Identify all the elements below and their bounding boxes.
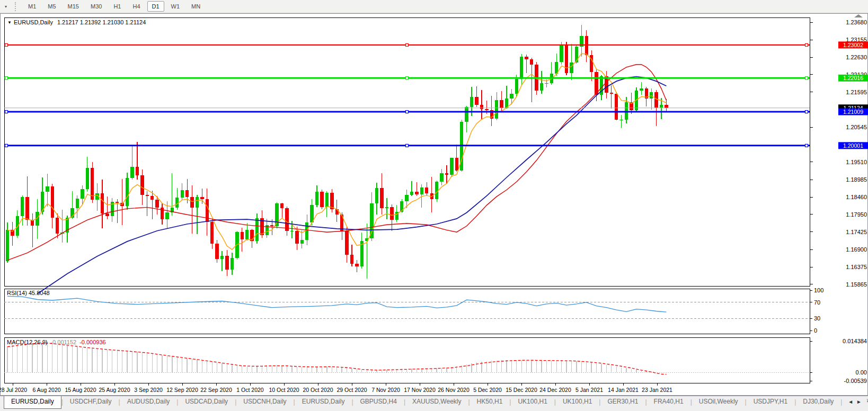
svg-text:1.21009: 1.21009 xyxy=(843,109,863,115)
hline-handle[interactable] xyxy=(805,144,808,147)
svg-text:1.19510: 1.19510 xyxy=(846,159,867,165)
svg-text:5 Jan 2021: 5 Jan 2021 xyxy=(575,387,603,393)
candles-layer xyxy=(6,25,668,279)
hline-handle[interactable] xyxy=(805,111,808,113)
chart-tab-EURUSD-Daily-5[interactable]: EURUSD,Daily xyxy=(295,396,352,408)
chart-tab-USDCHF-Daily-1[interactable]: USDCHF,Daily xyxy=(63,396,119,408)
svg-text:5 Dec 2020: 5 Dec 2020 xyxy=(473,387,502,393)
timeframe-button-W1[interactable]: W1 xyxy=(166,1,185,12)
svg-text:20 Oct 2020: 20 Oct 2020 xyxy=(303,387,333,393)
svg-text:1.15865: 1.15865 xyxy=(846,281,867,288)
hline-handle[interactable] xyxy=(5,144,8,147)
chart-tab-bar: EURUSD,Daily|USDCHF,Daily|AUDUSD,Daily|U… xyxy=(0,396,868,411)
svg-text:1.21595: 1.21595 xyxy=(846,89,867,95)
cursor-tool-caret-icon[interactable]: ▾ xyxy=(5,4,7,9)
hline-handle[interactable] xyxy=(805,77,808,79)
hline-handle[interactable] xyxy=(406,144,409,147)
svg-text:1.23002: 1.23002 xyxy=(843,42,863,48)
tab-scroll-left-icon[interactable]: ◄ xyxy=(848,399,856,405)
macd-label-name: MACD(12,26,9) xyxy=(7,339,47,345)
price-axis[interactable]: 1.236801.231551.226301.221201.215951.205… xyxy=(810,19,867,288)
svg-text:15 Aug 2020: 15 Aug 2020 xyxy=(65,387,96,393)
hline-handle[interactable] xyxy=(5,111,8,113)
chart-title-symbol: EURUSD,Daily xyxy=(14,19,53,25)
chart-tab-USDJPY-H1-14[interactable]: USDJPY,H1 xyxy=(747,396,794,408)
price-badge-1.20001: 1.20001 xyxy=(838,142,868,149)
chart-tab-GER30-H1-11[interactable]: GER30,H1 xyxy=(600,396,645,408)
macd-pane: 0.0143840.00-0.00539 xyxy=(4,338,867,384)
chart-canvas[interactable]: 1.236801.231551.226301.221201.215951.205… xyxy=(0,13,868,396)
timeframe-button-M5[interactable]: M5 xyxy=(43,1,60,12)
timeframe-button-H1[interactable]: H1 xyxy=(109,1,126,12)
cursor-tool-button[interactable]: ▾ xyxy=(2,4,8,10)
chart-title: ▼EURUSD,Daily1.21217 1.21392 1.21030 1.2… xyxy=(7,19,146,25)
hline-handle[interactable] xyxy=(406,77,409,79)
chart-tab-EURUSD-Daily-0[interactable]: EURUSD,Daily xyxy=(4,396,61,409)
hline-handle[interactable] xyxy=(406,111,409,113)
chart-tab-UK100-H1-10[interactable]: UK100,H1 xyxy=(556,396,599,408)
hline-handle[interactable] xyxy=(805,43,808,46)
hline-handle[interactable] xyxy=(5,43,8,46)
tab-scroll-arrows: ◄► xyxy=(846,399,867,405)
top-toolbar: ▾ M1M5M15M30H1H4D1W1MN xyxy=(0,0,868,13)
svg-text:70: 70 xyxy=(814,299,820,306)
toolbar-grip xyxy=(15,2,18,11)
svg-text:100: 100 xyxy=(814,287,823,293)
hline-handle[interactable] xyxy=(5,77,8,79)
hline-handle[interactable] xyxy=(406,43,409,46)
rsi-pane: 10070300 xyxy=(4,287,823,334)
svg-text:26 Nov 2020: 26 Nov 2020 xyxy=(438,387,470,393)
svg-text:22 Sep 2020: 22 Sep 2020 xyxy=(200,387,232,393)
rsi-indicator-label: RSI(14) 45.8048 xyxy=(7,290,50,296)
chart-tab-FRA40-H1-12[interactable]: FRA40,H1 xyxy=(647,396,690,408)
main-pane-border xyxy=(5,18,810,287)
svg-text:0.00: 0.00 xyxy=(856,369,867,376)
svg-text:1.20545: 1.20545 xyxy=(846,124,867,130)
chart-tab-AUDUSD-Daily-2[interactable]: AUDUSD,Daily xyxy=(120,396,177,408)
chart-tab-USDCNH-Daily-4[interactable]: USDCNH,Daily xyxy=(236,396,293,408)
chart-tab-USDCAD-Daily-3[interactable]: USDCAD,Daily xyxy=(178,396,235,408)
svg-text:12 Sep 2020: 12 Sep 2020 xyxy=(166,387,198,393)
timeframe-button-MN[interactable]: MN xyxy=(187,1,205,12)
svg-text:1.16375: 1.16375 xyxy=(846,264,867,270)
svg-text:23 Jan 2021: 23 Jan 2021 xyxy=(642,387,672,393)
svg-text:1.22630: 1.22630 xyxy=(846,54,867,60)
macd-value-main: -0.001152 xyxy=(50,339,76,345)
tab-scroll-right-icon[interactable]: ► xyxy=(856,399,865,405)
timeframe-button-M1[interactable]: M1 xyxy=(23,1,41,12)
chart-title-ohlc: 1.21217 1.21392 1.21030 1.21124 xyxy=(57,19,146,25)
svg-text:29 Oct 2020: 29 Oct 2020 xyxy=(336,387,367,393)
svg-text:15 Dec 2020: 15 Dec 2020 xyxy=(506,387,537,393)
svg-text:1.18985: 1.18985 xyxy=(846,176,867,183)
horizontal-lines[interactable] xyxy=(4,43,810,147)
svg-text:1.23680: 1.23680 xyxy=(846,19,867,25)
svg-text:1.22016: 1.22016 xyxy=(843,75,863,81)
chart-tab-DJ30-Daily-15[interactable]: DJ30,Daily xyxy=(796,396,840,408)
chart-tab-HK50-H1-8[interactable]: HK50,H1 xyxy=(470,396,510,408)
timeframe-button-M30[interactable]: M30 xyxy=(86,1,107,12)
rsi-pane-border xyxy=(5,289,810,334)
timeframe-button-M15[interactable]: M15 xyxy=(63,1,84,12)
chart-tab-XAUUSD-Weekly-7[interactable]: XAUUSD,Weekly xyxy=(405,396,468,408)
svg-text:30: 30 xyxy=(814,315,820,321)
svg-text:1.18460: 1.18460 xyxy=(846,194,867,200)
macd-pane-border xyxy=(5,338,810,383)
svg-text:24 Dec 2020: 24 Dec 2020 xyxy=(539,387,571,393)
svg-text:1.16900: 1.16900 xyxy=(846,246,867,253)
svg-text:0: 0 xyxy=(814,327,817,334)
chart-tab-GBPUSD-H4-6[interactable]: GBPUSD,H4 xyxy=(353,396,404,408)
chart-shift-marker[interactable] xyxy=(854,14,863,17)
price-badge-1.23002: 1.23002 xyxy=(838,41,868,48)
svg-text:17 Nov 2020: 17 Nov 2020 xyxy=(404,387,436,393)
date-axis[interactable]: 28 Jul 20206 Aug 202015 Aug 202025 Aug 2… xyxy=(0,383,672,393)
timeframe-button-H4[interactable]: H4 xyxy=(128,1,145,12)
svg-text:1.17950: 1.17950 xyxy=(846,211,867,218)
svg-text:6 Aug 2020: 6 Aug 2020 xyxy=(32,387,60,393)
svg-text:10 Oct 2020: 10 Oct 2020 xyxy=(269,387,299,393)
price-badge-1.22016: 1.22016 xyxy=(838,75,868,82)
svg-text:7 Nov 2020: 7 Nov 2020 xyxy=(371,387,400,393)
chart-tab-USOil-Weekly-13[interactable]: USOil,Weekly xyxy=(692,396,745,408)
timeframe-button-D1[interactable]: D1 xyxy=(147,1,164,12)
chart-tab-UK100-H1-9[interactable]: UK100,H1 xyxy=(511,396,554,408)
svg-text:28 Jul 2020: 28 Jul 2020 xyxy=(0,387,27,393)
